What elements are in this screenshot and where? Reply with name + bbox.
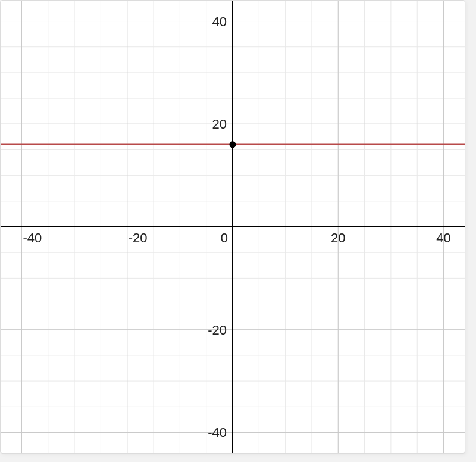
y-tick-label: -40 — [208, 425, 227, 440]
x-tick-label: 40 — [436, 230, 450, 245]
axes — [1, 1, 465, 453]
x-tick-label: -20 — [129, 230, 148, 245]
cartesian-plot: -40-2002040 -40-202040 — [1, 1, 465, 453]
x-tick-label: 20 — [331, 230, 345, 245]
x-tick-label: -40 — [23, 230, 42, 245]
y-tick-label: -20 — [208, 323, 227, 338]
x-tick-label: 0 — [221, 230, 228, 245]
intercept-point — [230, 141, 236, 148]
chart-card: -40-2002040 -40-202040 — [0, 0, 465, 454]
y-tick-label: 20 — [212, 117, 227, 132]
markers — [230, 141, 236, 148]
x-tick-labels: -40-2002040 — [23, 230, 450, 245]
y-tick-label: 40 — [212, 14, 227, 29]
